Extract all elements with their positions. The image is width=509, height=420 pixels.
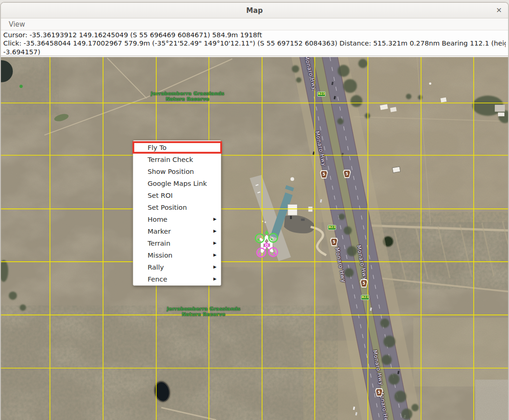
cursor-status-text: Cursor: -35.36193912 149.16245049 (S 55 … [3,31,506,39]
submenu-arrow-icon: ▶ [213,253,217,257]
menu-view[interactable]: View [6,19,28,29]
menu-item-rally[interactable]: Rally▶ [133,261,221,273]
drone-marker-icon[interactable] [253,230,280,260]
menu-item-marker[interactable]: Marker▶ [133,225,221,237]
submenu-arrow-icon: ▶ [213,276,217,281]
menu-item-fly-to[interactable]: Fly To [133,141,221,153]
map-canvas[interactable]: Jerrabomberra Grasslands Nature Reserve … [1,57,508,420]
window-title: Map [246,6,263,15]
submenu-arrow-icon: ▶ [213,241,217,245]
menu-item-set-roi[interactable]: Set ROI [133,189,221,201]
menu-item-google-maps-link[interactable]: Google Maps Link [133,177,221,189]
menu-item-terrain-check[interactable]: Terrain Check [133,153,221,165]
menubar: View [1,18,508,30]
statusbar: Cursor: -35.36193912 149.16245049 (S 55 … [1,30,508,56]
menu-item-mission[interactable]: Mission▶ [133,249,221,261]
menu-item-home[interactable]: Home▶ [133,213,221,225]
close-icon[interactable]: × [496,6,502,14]
submenu-arrow-icon: ▶ [213,265,217,269]
titlebar[interactable]: Map × [1,3,508,18]
menu-item-terrain[interactable]: Terrain▶ [133,237,221,249]
click-status-text-wrap: -3.694157) [3,48,506,56]
menu-item-fence[interactable]: Fence▶ [133,273,221,285]
click-status-text: Click: -35.36458044 149.17002967 579.9m … [3,39,506,47]
submenu-arrow-icon: ▶ [213,229,217,233]
map-context-menu: Fly To Terrain Check Show Position Googl… [133,140,221,286]
submenu-arrow-icon: ▶ [213,217,217,221]
menu-item-set-position[interactable]: Set Position [133,201,221,213]
map-window: Map × View Cursor: -35.36193912 149.1624… [0,2,509,420]
menu-item-show-position[interactable]: Show Position [133,165,221,177]
